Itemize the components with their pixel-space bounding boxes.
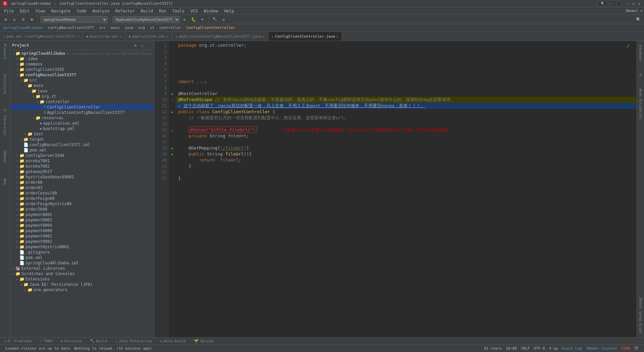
nav-part-zt[interactable]: zt xyxy=(150,26,154,30)
database-panel-tab[interactable]: Database xyxy=(638,44,643,62)
tree-payment9001[interactable]: ▸📁payment9001 xyxy=(10,233,154,239)
collapse-button[interactable]: ⊟ xyxy=(19,16,27,23)
tab-pom-close[interactable]: ✕ xyxy=(77,35,79,38)
services-tab[interactable]: ⚙ Services xyxy=(57,338,86,344)
rebuild-button[interactable]: ↺ xyxy=(220,16,227,23)
nav-part-controller[interactable]: controller xyxy=(159,26,181,30)
code-editor[interactable]: package org.zt.controller; import ...; xyxy=(175,41,637,337)
jrebel-icon[interactable]: JRebel xyxy=(2,149,8,165)
maximize-button[interactable]: □ xyxy=(631,1,636,6)
tree-target[interactable]: ▸ 📁 target xyxy=(10,137,154,142)
tree-order80[interactable]: ▸ 📁 order80 xyxy=(10,180,154,185)
tree-hystrix9001[interactable]: ▸ 📁 hystrixDashboard9001 xyxy=(10,174,154,180)
tab-app-java-close[interactable]: ✕ xyxy=(263,35,265,38)
nav-part-src[interactable]: src xyxy=(99,26,106,30)
tree-payment9002[interactable]: ▸📁payment9002 xyxy=(10,239,154,244)
nav-part-project[interactable]: springCloudAlibaba xyxy=(3,26,43,30)
sync-button[interactable]: ↻ xyxy=(11,16,18,23)
run-button[interactable]: ▶ xyxy=(181,16,189,23)
tree-scratches[interactable]: ▸📁Scratches and Consoles xyxy=(10,271,154,276)
tree-payment8001[interactable]: ▸📁payment8001 xyxy=(10,212,154,217)
todo-tab[interactable]: ✓ TODO xyxy=(36,338,56,344)
tab-controller-java[interactable]: ☕ ConfigClientController.java ✕ xyxy=(268,32,342,41)
menu-help[interactable]: Help xyxy=(222,8,237,14)
sidebar-minimize-button[interactable]: _ xyxy=(146,42,152,48)
settings-button[interactable]: ⚙ xyxy=(2,16,9,23)
tree-paymenthystrix8001[interactable]: ▸📁paymentHystrix8001 xyxy=(10,244,154,250)
close-button[interactable]: ✕ xyxy=(637,1,641,6)
tree-commons[interactable]: ▾ 📁 commons xyxy=(10,61,154,67)
tree-src[interactable]: ▾ 📁 src xyxy=(10,78,154,83)
tree-confignacosclient3377[interactable]: ▾ 📁 configNacosClient3377 xyxy=(10,72,154,78)
tree-pom-root[interactable]: 📄pom.xml xyxy=(10,255,154,260)
minimize-button[interactable]: ─ xyxy=(626,1,631,6)
tree-payment8004[interactable]: ▸📁payment8004 xyxy=(10,223,154,228)
menu-refactor[interactable]: Refactor xyxy=(113,8,138,14)
sidebar-sort-button[interactable]: ↕ xyxy=(139,42,145,48)
project-icon[interactable]: Project xyxy=(2,42,8,60)
search-bar[interactable]: 🔍 Search xyxy=(598,1,621,6)
problems-tab[interactable]: ⚠ 6: Problems xyxy=(0,338,36,344)
sidebar-gear-button[interactable]: ⚙ xyxy=(132,42,139,48)
tree-main[interactable]: ▾ 📁 main xyxy=(10,83,154,88)
menu-vcs[interactable]: VCS xyxy=(188,8,201,14)
jrebel-setup-tab[interactable]: JRebel Setup Guide xyxy=(638,296,643,335)
menu-run[interactable]: Run xyxy=(156,8,169,14)
debug-button[interactable]: 🐛 xyxy=(190,16,197,23)
tab-application[interactable]: ▪ application.yml ✕ xyxy=(125,32,172,41)
build-button[interactable]: 🔨 xyxy=(211,16,218,23)
tree-eureka7002[interactable]: ▸ 📁 eureka7002 xyxy=(10,164,154,169)
search-everywhere-button[interactable]: 🔍 xyxy=(635,16,642,23)
menu-view[interactable]: View xyxy=(33,8,48,14)
status-jrebel[interactable]: JRebel Console xyxy=(586,346,617,351)
tree-orgzt[interactable]: ▾ 📁 org.zt xyxy=(10,94,154,99)
status-event-log[interactable]: Event Log xyxy=(562,346,582,351)
run-config-combo[interactable]: ApplicationConfigNacosClient3377 xyxy=(113,16,180,23)
favorites-icon[interactable]: 2: Favorites xyxy=(2,107,8,137)
coverage-button[interactable]: ☂ xyxy=(199,16,206,23)
tree-bootstrap-yml[interactable]: ▪ bootstrap.yml xyxy=(10,126,154,131)
tree-java[interactable]: ▾ 📁 java xyxy=(10,88,154,94)
tree-idea[interactable]: ▾ 📁 .idea xyxy=(10,56,154,61)
tab-application-close[interactable]: ✕ xyxy=(167,35,169,38)
tab-bootstrap[interactable]: ▪ bootstrap.yml ✕ xyxy=(83,32,125,41)
tree-controller-pkg[interactable]: ▾ 📁 controller xyxy=(10,99,154,104)
tree-eureka7001[interactable]: ▸ 📁 eureka7001 xyxy=(10,158,154,164)
menu-window[interactable]: Window xyxy=(201,8,221,14)
menu-analyze[interactable]: Analyze xyxy=(90,8,112,14)
tree-iml[interactable]: 📄 configNacosClient3377.iml xyxy=(10,142,154,147)
nav-part-java[interactable]: java xyxy=(124,26,133,30)
bean-validation-tab[interactable]: Bean Validation xyxy=(638,87,643,120)
tab-pom-xml[interactable]: ✦ pom.xml (configNacosClient3377) ✕ xyxy=(0,32,83,41)
build-tab[interactable]: 🔨 Build xyxy=(86,338,111,344)
auto-build-tab[interactable]: ↻ Auto-build xyxy=(156,338,190,344)
nav-part-org[interactable]: org xyxy=(138,26,145,30)
tree-test[interactable]: ▸ 📁 test xyxy=(10,131,154,137)
structure-icon[interactable]: Structure xyxy=(2,73,8,95)
tree-external-libs[interactable]: ▸📚External Libraries xyxy=(10,266,154,271)
menu-tools[interactable]: Tools xyxy=(170,8,187,14)
web-icon[interactable]: Web xyxy=(2,177,8,186)
menu-navigate[interactable]: Navigate xyxy=(49,8,73,14)
tree-resources[interactable]: ▾ 📁 resources xyxy=(10,115,154,121)
tree-sca-iml[interactable]: 📄springCloudAlibaba.iml xyxy=(10,260,154,266)
tree-orm-generators[interactable]: ▸📁orm.generators xyxy=(10,287,154,293)
tree-gateway9527[interactable]: ▸ 📁 gateway9527 xyxy=(10,169,154,174)
tab-bootstrap-close[interactable]: ✕ xyxy=(120,35,122,38)
tree-appconfignacos[interactable]: A ApplicationConfigNacosClient3377 xyxy=(10,110,154,115)
tree-payment8002[interactable]: ▸📁payment8002 xyxy=(10,217,154,223)
menu-file[interactable]: File xyxy=(1,8,16,14)
spring-tab[interactable]: 🌱 Spring xyxy=(190,338,217,344)
tree-orderfeignhystrix80[interactable]: ▸ 📁 orderFeignHystrix80 xyxy=(10,201,154,207)
tree-extensions[interactable]: ▸📁Extensions xyxy=(10,276,154,282)
tree-pom-module[interactable]: 📄 pom.xml xyxy=(10,147,154,153)
menu-code[interactable]: Code xyxy=(74,8,89,14)
tree-orderconsul80[interactable]: ▸ 📁 orderConsul80 xyxy=(10,190,154,196)
expand-button[interactable]: ⊞ xyxy=(28,16,36,23)
tree-application-yml[interactable]: ▪ application.yml xyxy=(10,121,154,126)
tree-orderzk80[interactable]: ▸ 📁 orderZk80 xyxy=(10,207,154,212)
tree-configclientcontroller[interactable]: C ConfigClientController xyxy=(10,104,154,110)
tree-orderfeign80[interactable]: ▸ 📁 orderFeign80 xyxy=(10,196,154,201)
tab-controller-java-close[interactable]: ✕ xyxy=(336,35,338,38)
tab-app-java[interactable]: ☕ ApplicationConfigNacosClient3377.java … xyxy=(172,32,268,41)
